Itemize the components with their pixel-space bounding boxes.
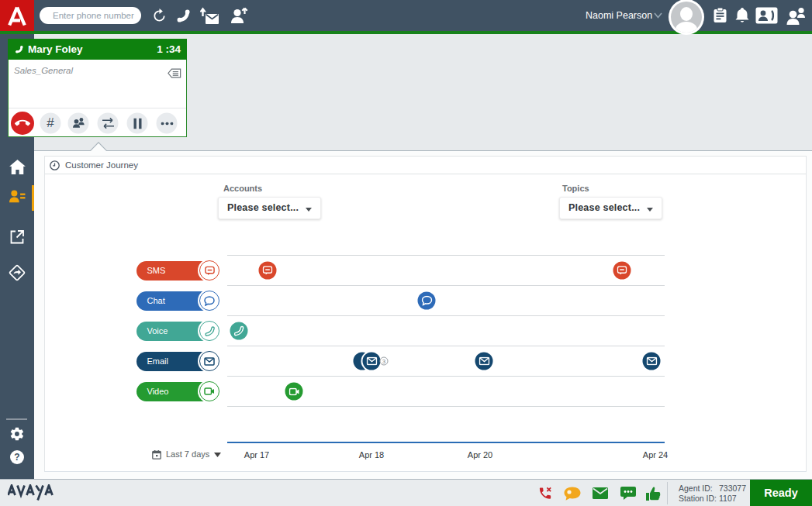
- svg-text:3: 3: [382, 358, 386, 365]
- svg-text:?: ?: [14, 452, 19, 463]
